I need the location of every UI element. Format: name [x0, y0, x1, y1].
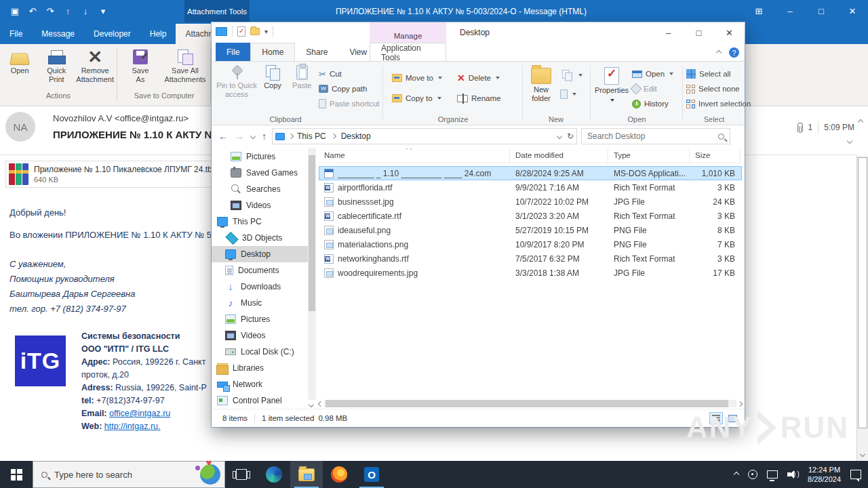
ime-tray-icon[interactable]	[748, 470, 757, 479]
outlook-vertical-scrollbar[interactable]	[856, 156, 868, 461]
scrollbar-thumb[interactable]	[326, 400, 728, 407]
expand-header-icon[interactable]	[847, 138, 852, 144]
start-button[interactable]	[0, 461, 33, 488]
history-button[interactable]: History	[632, 97, 669, 110]
sender-avatar[interactable]: NA	[5, 112, 35, 142]
scrollbar-track[interactable]	[324, 400, 736, 407]
easy-access-button[interactable]	[560, 87, 576, 101]
email-link[interactable]: office@intgaz.ru	[109, 409, 170, 418]
redo-icon[interactable]: ↷	[45, 6, 56, 16]
up-button[interactable]: ↑	[262, 131, 267, 142]
new-folder-button[interactable]: Newfolder	[525, 65, 557, 103]
tree-item-videos-2[interactable]: Videos	[212, 327, 308, 344]
show-hidden-icons-chevron[interactable]	[734, 472, 739, 477]
paste-shortcut-button[interactable]: Paste shortcut	[319, 97, 380, 110]
scrollbar-thumb[interactable]	[309, 155, 315, 311]
explorer-minimize-button[interactable]: –	[653, 22, 684, 43]
move-to-button[interactable]: Move to	[392, 71, 442, 85]
tree-item-local-disk[interactable]: Local Disk (C:)	[212, 344, 308, 360]
outlook-restore-button[interactable]: □	[806, 0, 837, 22]
explorer-tab-application-tools[interactable]: Application Tools	[370, 43, 446, 62]
pin-to-quick-access-button[interactable]: Pin to Quick access	[216, 65, 258, 99]
select-none-button[interactable]: Select none	[686, 82, 740, 96]
tree-item-control-panel[interactable]: Control Panel	[212, 392, 308, 409]
tree-scrollbar[interactable]	[308, 148, 316, 400]
column-header-date-modified[interactable]: Date modified	[510, 148, 608, 163]
web-link[interactable]: http://intgaz.ru.	[104, 422, 161, 431]
file-row[interactable]: cablecertificate.rtf 3/1/2023 3:20 AM Ri…	[319, 209, 742, 223]
address-dropdown-icon[interactable]	[557, 134, 562, 139]
rename-button[interactable]: Rename	[457, 92, 500, 105]
undo-icon[interactable]: ↶	[27, 6, 38, 16]
file-row[interactable]: materialactions.png 10/9/2017 8:20 PM PN…	[319, 237, 742, 251]
recent-locations-icon[interactable]	[250, 134, 256, 139]
select-all-button[interactable]: Select all	[686, 67, 731, 81]
collapse-ribbon-icon[interactable]	[716, 49, 722, 55]
explorer-tab-file[interactable]: File	[216, 43, 250, 61]
breadcrumb-desktop[interactable]: Desktop	[341, 131, 371, 141]
invert-selection-button[interactable]: Invert selection	[686, 97, 751, 110]
outlook-titlebar[interactable]: ▣ ↶ ↷ ↑ ↓ ▾ Attachment Tools ПРИЛОЖЕНИЕ …	[0, 0, 868, 22]
outlook-taskbar-button[interactable]: O	[355, 461, 388, 488]
back-button[interactable]: ←	[218, 131, 228, 142]
file-row[interactable]: airportflorida.rtf 9/9/2021 7:16 AM Rich…	[319, 180, 742, 195]
outlook-minimize-button[interactable]: –	[774, 0, 806, 22]
copy-to-button[interactable]: Copy to	[392, 92, 441, 105]
customize-qat-icon[interactable]: ▾	[264, 28, 268, 35]
search-icon[interactable]	[718, 134, 724, 140]
tree-item-pictures[interactable]: Pictures	[212, 148, 308, 165]
explorer-titlebar[interactable]: ▾ Manage Desktop – □ ✕	[212, 22, 745, 43]
copy-path-button[interactable]: W Copy path	[319, 82, 367, 96]
collapse-ribbon-icon[interactable]	[858, 119, 863, 125]
previous-item-icon[interactable]: ↑	[62, 6, 73, 16]
tree-item-music[interactable]: ♪Music	[212, 295, 308, 311]
edit-button[interactable]: Edit	[632, 82, 657, 96]
tree-item-downloads[interactable]: ↓Downloads	[212, 279, 308, 295]
column-header-size[interactable]: Size	[690, 148, 741, 163]
address-input[interactable]: This PC Desktop ↻	[272, 128, 577, 144]
horizontal-scrollbar[interactable]	[319, 399, 742, 408]
tree-item-desktop[interactable]: Desktop	[212, 246, 308, 262]
tree-item-searches[interactable]: Searches	[212, 181, 308, 197]
customize-qat-icon[interactable]: ▾	[98, 6, 108, 16]
explorer-close-button[interactable]: ✕	[714, 22, 745, 43]
scroll-down-button[interactable]	[857, 449, 868, 460]
tree-item-this-pc[interactable]: This PC	[212, 214, 308, 230]
search-input[interactable]: Search Desktop	[581, 128, 730, 144]
next-item-icon[interactable]: ↓	[80, 6, 91, 16]
network-tray-icon[interactable]	[767, 470, 778, 479]
breadcrumb-this-pc[interactable]: This PC	[297, 131, 326, 141]
attachment-tools-contextual-tab[interactable]: Attachment Tools	[184, 0, 250, 22]
refresh-icon[interactable]: ↻	[567, 131, 574, 141]
outlook-close-button[interactable]: ✕	[837, 0, 868, 22]
cut-button[interactable]: ✂ Cut	[319, 67, 342, 81]
scrollbar-thumb[interactable]	[858, 157, 867, 428]
open-button[interactable]: Open	[632, 67, 673, 81]
tree-item-documents[interactable]: Documents	[212, 262, 308, 279]
properties-qat-icon[interactable]	[237, 26, 245, 37]
tree-item-saved-games[interactable]: Saved Games	[212, 165, 308, 181]
taskbar-search-input[interactable]: Type here to search	[33, 461, 225, 488]
attachment-card[interactable]: Приложение № 1.10 Пикалевское ЛПУМГ 24.t…	[5, 161, 212, 188]
tree-item-videos[interactable]: Videos	[212, 197, 308, 214]
file-row[interactable]: ideauseful.png 5/27/2019 10:15 PM PNG Fi…	[319, 223, 742, 237]
sender-address[interactable]: Novozhilov A.V <office@intgaz.ru>	[53, 113, 189, 123]
tree-item-3d-objects[interactable]: 3D Objects	[212, 230, 308, 246]
tree-item-network[interactable]: Network	[212, 376, 308, 392]
column-header-type[interactable]: Type	[608, 148, 690, 163]
column-header-name[interactable]: Name	[319, 148, 510, 163]
volume-tray-icon[interactable]: ) )	[787, 470, 798, 479]
forward-button[interactable]: →	[235, 131, 244, 142]
outlook-tab-message[interactable]: Message	[32, 24, 84, 44]
firefox-taskbar-button[interactable]	[323, 461, 355, 488]
new-item-button[interactable]	[560, 68, 583, 82]
outlook-tab-file[interactable]: File	[0, 24, 32, 44]
file-row[interactable]: woodrequirements.jpg 3/3/2018 1:38 AM JP…	[319, 266, 742, 280]
action-center-icon[interactable]	[850, 470, 861, 479]
taskbar-clock[interactable]: 12:24 PM 8/28/2024	[808, 465, 841, 484]
scroll-left-icon[interactable]	[318, 401, 323, 406]
tree-item-libraries[interactable]: Libraries	[212, 360, 308, 376]
ribbon-display-options-button[interactable]: ⊞	[743, 0, 774, 22]
outlook-tab-help[interactable]: Help	[140, 24, 176, 44]
tree-scroll-down-icon[interactable]	[309, 402, 314, 407]
